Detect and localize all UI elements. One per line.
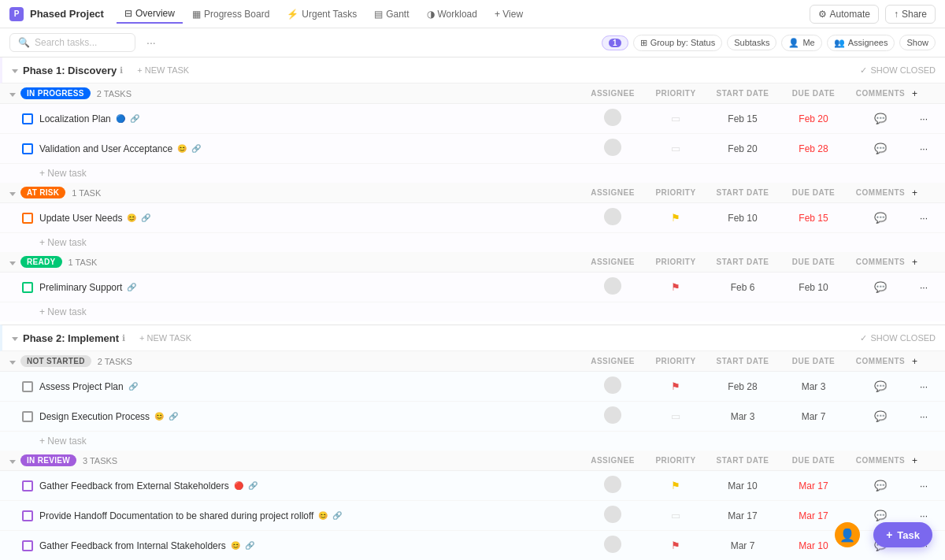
task-due-date: Feb 10 bbox=[778, 282, 849, 293]
new-task-row[interactable]: + New task bbox=[0, 233, 945, 252]
avatar[interactable] bbox=[604, 506, 621, 523]
phase-2-collapse-icon[interactable] bbox=[12, 332, 18, 343]
task-more[interactable]: ··· bbox=[912, 411, 936, 422]
comment-icon[interactable]: 💬 bbox=[874, 143, 887, 154]
phase-2-new-task[interactable]: + NEW TASK bbox=[135, 332, 196, 344]
avatar[interactable] bbox=[604, 536, 621, 553]
assignees-filter[interactable]: 👥 Assignees bbox=[827, 35, 895, 51]
priority-flag[interactable]: ⚑ bbox=[671, 540, 680, 551]
priority-flag[interactable]: ▭ bbox=[671, 143, 680, 154]
in-review-collapse[interactable] bbox=[9, 455, 16, 466]
comment-icon[interactable]: 💬 bbox=[874, 480, 887, 491]
tab-overview[interactable]: ⊟ Overview bbox=[117, 5, 183, 24]
avatar[interactable] bbox=[604, 376, 621, 394]
share-button[interactable]: ↑ Share bbox=[885, 5, 936, 24]
new-task-row[interactable]: + New task bbox=[0, 302, 945, 321]
col-headers: ASSIGNEE PRIORITY START DATE DUE DATE CO… bbox=[581, 356, 936, 367]
subtasks-filter[interactable]: Subtasks bbox=[727, 35, 776, 50]
task-link-icon[interactable]: 🔗 bbox=[128, 382, 138, 391]
task-link-icon[interactable]: 🔗 bbox=[248, 481, 258, 490]
new-task-row[interactable]: + New task bbox=[0, 432, 945, 451]
phase-1-collapse-icon[interactable] bbox=[12, 65, 18, 76]
priority-flag[interactable]: ▭ bbox=[671, 510, 680, 521]
avatar[interactable] bbox=[604, 208, 621, 225]
priority-flag[interactable]: ⚑ bbox=[671, 480, 680, 491]
priority-flag[interactable]: ⚑ bbox=[671, 212, 680, 224]
task-checkbox[interactable] bbox=[22, 113, 33, 124]
avatar[interactable] bbox=[604, 109, 621, 126]
task-priority: ▭ bbox=[644, 143, 707, 154]
task-due-date: Mar 17 bbox=[778, 480, 849, 491]
task-more[interactable]: ··· bbox=[912, 282, 936, 293]
phase-2-header[interactable]: Phase 2: Implement ℹ + NEW TASK ✓ SHOW C… bbox=[0, 325, 945, 351]
not-started-collapse[interactable] bbox=[9, 356, 16, 367]
avatar[interactable] bbox=[604, 277, 621, 295]
task-more[interactable]: ··· bbox=[912, 143, 936, 154]
filter-chip-count[interactable]: 1 bbox=[602, 35, 628, 50]
task-more[interactable]: ··· bbox=[912, 113, 936, 124]
toolbar-more[interactable]: ··· bbox=[142, 35, 161, 50]
me-filter[interactable]: 👤 Me bbox=[781, 35, 821, 51]
task-link-icon[interactable]: 🔗 bbox=[130, 114, 139, 123]
task-more[interactable]: ··· bbox=[912, 381, 936, 392]
new-task-row[interactable]: + New task bbox=[0, 164, 945, 183]
tab-gantt[interactable]: ▤ Gantt bbox=[366, 6, 417, 23]
show-filter[interactable]: Show bbox=[899, 35, 936, 50]
priority-flag[interactable]: ⚑ bbox=[671, 380, 680, 392]
task-checkbox[interactable] bbox=[22, 143, 33, 154]
task-checkbox[interactable] bbox=[22, 540, 33, 551]
task-link-icon[interactable]: 🔗 bbox=[332, 511, 342, 520]
task-link-icon[interactable]: 🔗 bbox=[127, 283, 136, 291]
phase-2-show-closed[interactable]: ✓ SHOW CLOSED bbox=[860, 333, 936, 343]
automate-button[interactable]: ⚙ Automate bbox=[810, 5, 879, 24]
task-checkbox[interactable] bbox=[22, 381, 33, 392]
avatar[interactable] bbox=[604, 139, 621, 156]
group-by-filter[interactable]: ⊞ Group by: Status bbox=[633, 35, 723, 51]
at-risk-collapse[interactable] bbox=[9, 187, 16, 198]
task-link-icon[interactable]: 🔗 bbox=[141, 213, 150, 222]
task-link-icon[interactable]: 🔗 bbox=[169, 412, 178, 421]
comment-icon[interactable]: 💬 bbox=[874, 410, 887, 422]
phase-1-show-closed[interactable]: ✓ SHOW CLOSED bbox=[860, 65, 936, 76]
task-more[interactable]: ··· bbox=[912, 480, 936, 491]
comment-icon[interactable]: 💬 bbox=[874, 212, 887, 224]
task-name: Preliminary Support 🔗 bbox=[39, 282, 581, 293]
more-col-header: + bbox=[912, 88, 936, 99]
checkmark-icon: ✓ bbox=[860, 333, 867, 343]
task-checkbox[interactable] bbox=[22, 510, 33, 521]
task-checkbox[interactable] bbox=[22, 411, 33, 422]
tab-workload[interactable]: ◑ Workload bbox=[419, 6, 485, 23]
phase-1-new-task[interactable]: + NEW TASK bbox=[132, 64, 194, 76]
priority-flag[interactable]: ⚑ bbox=[671, 281, 680, 293]
task-assignee bbox=[581, 139, 644, 158]
add-task-button[interactable]: + Task bbox=[873, 522, 932, 547]
priority-flag[interactable]: ▭ bbox=[671, 113, 680, 124]
avatar[interactable] bbox=[604, 476, 621, 493]
task-link-icon[interactable]: 🔗 bbox=[245, 541, 254, 550]
in-progress-collapse[interactable] bbox=[9, 88, 16, 99]
task-checkbox[interactable] bbox=[22, 213, 33, 224]
task-more[interactable]: ··· bbox=[912, 213, 936, 224]
task-more[interactable]: ··· bbox=[912, 510, 936, 521]
search-box[interactable]: 🔍 Search tasks... bbox=[9, 33, 135, 52]
user-avatar-button[interactable]: 👤 bbox=[835, 522, 860, 547]
tab-progress-board[interactable]: ▦ Progress Board bbox=[184, 6, 277, 23]
tab-add-view[interactable]: + View bbox=[487, 6, 531, 23]
task-comments: 💬 bbox=[849, 380, 912, 392]
comment-icon[interactable]: 💬 bbox=[874, 380, 887, 392]
task-link-icon[interactable]: 🔗 bbox=[191, 144, 201, 153]
phase-2-info-icon[interactable]: ℹ bbox=[122, 333, 125, 343]
ready-collapse[interactable] bbox=[9, 257, 16, 268]
avatar[interactable] bbox=[604, 406, 621, 424]
comment-icon[interactable]: 💬 bbox=[874, 510, 887, 521]
comment-icon[interactable]: 💬 bbox=[874, 113, 887, 124]
phase-1-info-icon[interactable]: ℹ bbox=[120, 65, 123, 76]
task-checkbox[interactable] bbox=[22, 282, 33, 293]
comments-col-header: COMMENTS bbox=[849, 188, 912, 197]
priority-flag[interactable]: ▭ bbox=[671, 410, 680, 422]
task-start-date: Feb 20 bbox=[707, 143, 778, 154]
tab-urgent-tasks[interactable]: ⚡ Urgent Tasks bbox=[279, 6, 365, 23]
phase-1-header[interactable]: Phase 1: Discovery ℹ + NEW TASK ✓ SHOW C… bbox=[0, 57, 945, 83]
comment-icon[interactable]: 💬 bbox=[874, 281, 887, 293]
task-checkbox[interactable] bbox=[22, 480, 33, 491]
